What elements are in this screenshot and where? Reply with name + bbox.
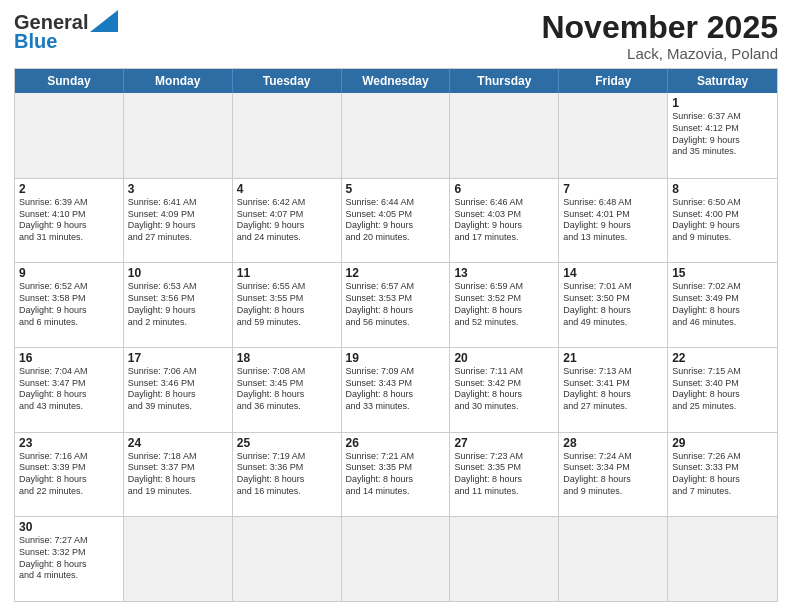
day-info: Sunrise: 7:02 AM Sunset: 3:49 PM Dayligh…: [672, 281, 773, 328]
cal-cell: [450, 93, 559, 178]
day-number: 1: [672, 96, 773, 110]
day-number: 19: [346, 351, 446, 365]
cal-cell: 30Sunrise: 7:27 AM Sunset: 3:32 PM Dayli…: [15, 517, 124, 601]
cal-cell: [342, 93, 451, 178]
day-number: 23: [19, 436, 119, 450]
header-day-sunday: Sunday: [15, 69, 124, 93]
header-day-friday: Friday: [559, 69, 668, 93]
cal-cell: 14Sunrise: 7:01 AM Sunset: 3:50 PM Dayli…: [559, 263, 668, 347]
day-info: Sunrise: 7:16 AM Sunset: 3:39 PM Dayligh…: [19, 451, 119, 498]
day-info: Sunrise: 7:18 AM Sunset: 3:37 PM Dayligh…: [128, 451, 228, 498]
day-info: Sunrise: 6:52 AM Sunset: 3:58 PM Dayligh…: [19, 281, 119, 328]
cal-cell: 23Sunrise: 7:16 AM Sunset: 3:39 PM Dayli…: [15, 433, 124, 517]
cal-cell: 7Sunrise: 6:48 AM Sunset: 4:01 PM Daylig…: [559, 179, 668, 263]
day-number: 29: [672, 436, 773, 450]
cal-cell: 25Sunrise: 7:19 AM Sunset: 3:36 PM Dayli…: [233, 433, 342, 517]
day-info: Sunrise: 7:19 AM Sunset: 3:36 PM Dayligh…: [237, 451, 337, 498]
page: General Blue November 2025 Lack, Mazovia…: [0, 0, 792, 612]
day-info: Sunrise: 7:13 AM Sunset: 3:41 PM Dayligh…: [563, 366, 663, 413]
day-info: Sunrise: 7:21 AM Sunset: 3:35 PM Dayligh…: [346, 451, 446, 498]
cal-cell: [124, 517, 233, 601]
cal-cell: 28Sunrise: 7:24 AM Sunset: 3:34 PM Dayli…: [559, 433, 668, 517]
cal-cell: 1Sunrise: 6:37 AM Sunset: 4:12 PM Daylig…: [668, 93, 777, 178]
calendar-body: 1Sunrise: 6:37 AM Sunset: 4:12 PM Daylig…: [15, 93, 777, 601]
cal-cell: 19Sunrise: 7:09 AM Sunset: 3:43 PM Dayli…: [342, 348, 451, 432]
cal-cell: 22Sunrise: 7:15 AM Sunset: 3:40 PM Dayli…: [668, 348, 777, 432]
cal-cell: 15Sunrise: 7:02 AM Sunset: 3:49 PM Dayli…: [668, 263, 777, 347]
cal-cell: [450, 517, 559, 601]
header-day-monday: Monday: [124, 69, 233, 93]
cal-cell: 10Sunrise: 6:53 AM Sunset: 3:56 PM Dayli…: [124, 263, 233, 347]
cal-cell: 17Sunrise: 7:06 AM Sunset: 3:46 PM Dayli…: [124, 348, 233, 432]
cal-cell: [668, 517, 777, 601]
cal-cell: 29Sunrise: 7:26 AM Sunset: 3:33 PM Dayli…: [668, 433, 777, 517]
day-info: Sunrise: 7:11 AM Sunset: 3:42 PM Dayligh…: [454, 366, 554, 413]
day-info: Sunrise: 6:42 AM Sunset: 4:07 PM Dayligh…: [237, 197, 337, 244]
cal-cell: 21Sunrise: 7:13 AM Sunset: 3:41 PM Dayli…: [559, 348, 668, 432]
day-number: 30: [19, 520, 119, 534]
calendar-header: SundayMondayTuesdayWednesdayThursdayFrid…: [15, 69, 777, 93]
cal-cell: [15, 93, 124, 178]
day-number: 3: [128, 182, 228, 196]
cal-cell: 26Sunrise: 7:21 AM Sunset: 3:35 PM Dayli…: [342, 433, 451, 517]
day-number: 8: [672, 182, 773, 196]
header: General Blue November 2025 Lack, Mazovia…: [14, 10, 778, 62]
day-info: Sunrise: 7:24 AM Sunset: 3:34 PM Dayligh…: [563, 451, 663, 498]
logo: General Blue: [14, 10, 118, 53]
location: Lack, Mazovia, Poland: [541, 45, 778, 62]
week-row-6: 30Sunrise: 7:27 AM Sunset: 3:32 PM Dayli…: [15, 516, 777, 601]
day-number: 15: [672, 266, 773, 280]
header-day-thursday: Thursday: [450, 69, 559, 93]
day-info: Sunrise: 7:08 AM Sunset: 3:45 PM Dayligh…: [237, 366, 337, 413]
cal-cell: 18Sunrise: 7:08 AM Sunset: 3:45 PM Dayli…: [233, 348, 342, 432]
week-row-1: 1Sunrise: 6:37 AM Sunset: 4:12 PM Daylig…: [15, 93, 777, 178]
day-info: Sunrise: 6:37 AM Sunset: 4:12 PM Dayligh…: [672, 111, 773, 158]
cal-cell: 4Sunrise: 6:42 AM Sunset: 4:07 PM Daylig…: [233, 179, 342, 263]
day-number: 21: [563, 351, 663, 365]
day-info: Sunrise: 7:26 AM Sunset: 3:33 PM Dayligh…: [672, 451, 773, 498]
day-info: Sunrise: 6:46 AM Sunset: 4:03 PM Dayligh…: [454, 197, 554, 244]
day-info: Sunrise: 6:59 AM Sunset: 3:52 PM Dayligh…: [454, 281, 554, 328]
cal-cell: [342, 517, 451, 601]
day-number: 25: [237, 436, 337, 450]
week-row-2: 2Sunrise: 6:39 AM Sunset: 4:10 PM Daylig…: [15, 178, 777, 263]
day-info: Sunrise: 6:55 AM Sunset: 3:55 PM Dayligh…: [237, 281, 337, 328]
cal-cell: [233, 93, 342, 178]
day-number: 17: [128, 351, 228, 365]
day-info: Sunrise: 6:48 AM Sunset: 4:01 PM Dayligh…: [563, 197, 663, 244]
week-row-3: 9Sunrise: 6:52 AM Sunset: 3:58 PM Daylig…: [15, 262, 777, 347]
week-row-4: 16Sunrise: 7:04 AM Sunset: 3:47 PM Dayli…: [15, 347, 777, 432]
day-number: 4: [237, 182, 337, 196]
cal-cell: [559, 93, 668, 178]
day-number: 24: [128, 436, 228, 450]
day-number: 16: [19, 351, 119, 365]
day-number: 14: [563, 266, 663, 280]
cal-cell: 24Sunrise: 7:18 AM Sunset: 3:37 PM Dayli…: [124, 433, 233, 517]
day-number: 10: [128, 266, 228, 280]
day-info: Sunrise: 7:27 AM Sunset: 3:32 PM Dayligh…: [19, 535, 119, 582]
header-day-saturday: Saturday: [668, 69, 777, 93]
title-block: November 2025 Lack, Mazovia, Poland: [541, 10, 778, 62]
day-number: 28: [563, 436, 663, 450]
cal-cell: 5Sunrise: 6:44 AM Sunset: 4:05 PM Daylig…: [342, 179, 451, 263]
day-info: Sunrise: 6:50 AM Sunset: 4:00 PM Dayligh…: [672, 197, 773, 244]
day-number: 11: [237, 266, 337, 280]
day-number: 13: [454, 266, 554, 280]
day-number: 22: [672, 351, 773, 365]
logo-icon: [90, 10, 118, 32]
cal-cell: 8Sunrise: 6:50 AM Sunset: 4:00 PM Daylig…: [668, 179, 777, 263]
logo-blue: Blue: [14, 30, 57, 53]
day-number: 2: [19, 182, 119, 196]
cal-cell: [559, 517, 668, 601]
day-info: Sunrise: 6:53 AM Sunset: 3:56 PM Dayligh…: [128, 281, 228, 328]
day-info: Sunrise: 6:39 AM Sunset: 4:10 PM Dayligh…: [19, 197, 119, 244]
week-row-5: 23Sunrise: 7:16 AM Sunset: 3:39 PM Dayli…: [15, 432, 777, 517]
cal-cell: 3Sunrise: 6:41 AM Sunset: 4:09 PM Daylig…: [124, 179, 233, 263]
cal-cell: [124, 93, 233, 178]
cal-cell: 13Sunrise: 6:59 AM Sunset: 3:52 PM Dayli…: [450, 263, 559, 347]
cal-cell: 6Sunrise: 6:46 AM Sunset: 4:03 PM Daylig…: [450, 179, 559, 263]
day-number: 6: [454, 182, 554, 196]
day-info: Sunrise: 7:23 AM Sunset: 3:35 PM Dayligh…: [454, 451, 554, 498]
day-info: Sunrise: 7:09 AM Sunset: 3:43 PM Dayligh…: [346, 366, 446, 413]
day-info: Sunrise: 7:04 AM Sunset: 3:47 PM Dayligh…: [19, 366, 119, 413]
